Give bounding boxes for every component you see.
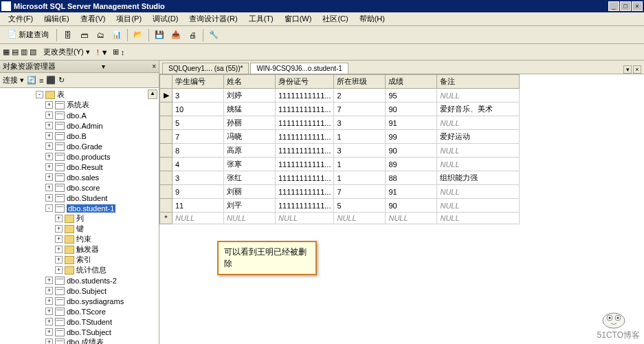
expand-icon[interactable]: + xyxy=(45,318,53,325)
cell[interactable]: 11111111111... xyxy=(276,103,334,116)
tab-table[interactable]: WIN-9CSQ9J6...o.student-1 xyxy=(250,63,348,74)
tree-label[interactable]: dbo.students-2 xyxy=(67,277,117,285)
cell[interactable]: NULL xyxy=(173,213,224,224)
tree-node[interactable]: +系统表 xyxy=(1,100,157,110)
tree-node[interactable]: -表 xyxy=(1,89,157,100)
tree-node[interactable]: +约束 xyxy=(1,234,157,244)
expand-icon[interactable]: + xyxy=(45,338,53,344)
column-header[interactable]: 学生编号 xyxy=(173,75,224,89)
cell[interactable]: 90 xyxy=(386,199,437,213)
cell[interactable]: 5 xyxy=(173,116,224,130)
menu-community[interactable]: 社区(C) xyxy=(317,12,353,25)
cell[interactable]: NULL xyxy=(437,185,520,199)
change-type-dropdown[interactable]: 更改类型(Y) ▾ xyxy=(41,45,93,58)
cell[interactable]: 11111111111... xyxy=(276,171,334,185)
result-icon[interactable]: ▧ xyxy=(30,47,36,56)
cell[interactable]: NULL xyxy=(437,158,520,171)
restore-button[interactable]: □ xyxy=(620,1,631,11)
expand-icon[interactable]: + xyxy=(45,297,53,305)
expand-icon[interactable]: + xyxy=(45,184,53,191)
tree-label[interactable]: dbo.score xyxy=(67,184,100,192)
table-row[interactable]: ▶3刘婷11111111111...295NULL xyxy=(160,89,520,103)
cell[interactable]: 3 xyxy=(173,171,224,185)
tree-node[interactable]: +dbo.TScore xyxy=(1,306,157,316)
column-header[interactable]: 身份证号 xyxy=(276,75,334,89)
minimize-button[interactable]: _ xyxy=(608,1,619,11)
table-row[interactable]: 4张寒11111111111...189NULL xyxy=(160,158,520,171)
row-selector[interactable] xyxy=(160,185,173,199)
tree-node[interactable]: +dbo.Admin xyxy=(1,120,157,131)
cell[interactable]: NULL xyxy=(276,213,334,224)
filter-tree-icon[interactable]: ≡ xyxy=(39,76,43,85)
tab-close-icon[interactable]: × xyxy=(633,65,641,74)
tree-node[interactable]: +dbo.sales xyxy=(1,172,157,182)
tree-label[interactable]: 统计信息 xyxy=(76,265,107,275)
tree-label[interactable]: dbo.Grade xyxy=(67,142,102,151)
data-grid[interactable]: 学生编号姓名身份证号所在班级成绩备注▶3刘婷11111111111...295N… xyxy=(159,74,644,344)
tree-label[interactable]: 约束 xyxy=(76,234,91,244)
cell[interactable]: 孙丽 xyxy=(224,116,276,130)
tree-label[interactable]: 索引 xyxy=(76,255,91,265)
cell[interactable]: 刘婷 xyxy=(224,89,276,103)
tree-node[interactable]: +dbo.B xyxy=(1,131,157,141)
tree-label[interactable]: dbo.TStudent xyxy=(67,318,112,326)
row-selector[interactable]: ▶ xyxy=(160,89,173,103)
tree-node[interactable]: +dbo.products xyxy=(1,151,157,162)
expand-icon[interactable]: + xyxy=(45,132,53,140)
tree-node[interactable]: -dbo.student-1 xyxy=(1,203,157,213)
expand-icon[interactable]: + xyxy=(45,308,53,315)
expand-icon[interactable]: + xyxy=(45,277,53,284)
expand-icon[interactable]: + xyxy=(45,328,53,336)
tree-label[interactable]: dbo.products xyxy=(67,153,111,161)
tree-label[interactable]: dbo.A xyxy=(67,111,87,120)
new-row[interactable]: *NULLNULLNULLNULLNULLNULL xyxy=(160,213,520,224)
tree-label[interactable]: dbo.sales xyxy=(67,173,99,182)
expand-icon[interactable]: + xyxy=(45,122,53,129)
cell[interactable]: 1 xyxy=(334,130,386,144)
tree-node[interactable]: +dbo.TStudent xyxy=(1,316,157,327)
tree-label[interactable]: 系统表 xyxy=(67,100,89,110)
tree-node[interactable]: +dbo.students-2 xyxy=(1,275,157,286)
menu-tools[interactable]: 工具(T) xyxy=(243,12,279,25)
expand-icon[interactable]: + xyxy=(45,194,53,202)
tab-dropdown-icon[interactable]: ▾ xyxy=(623,65,632,74)
collapse-icon[interactable]: - xyxy=(36,91,43,98)
cell[interactable]: 90 xyxy=(386,103,437,116)
cell[interactable]: 11111111111... xyxy=(276,116,334,130)
table-row[interactable]: 5孙丽11111111111...391NULL xyxy=(160,116,520,130)
sql-icon[interactable]: ▤ xyxy=(12,47,19,56)
new-query-button[interactable]: 📄 新建查询 xyxy=(3,28,54,43)
tree-label[interactable]: 键 xyxy=(76,224,84,234)
expand-icon[interactable]: + xyxy=(55,256,63,264)
tree-node[interactable]: +统计信息 xyxy=(1,265,157,275)
tree-node[interactable]: +列 xyxy=(1,213,157,224)
tree-label[interactable]: dbo.成绩表 xyxy=(67,337,104,344)
stop-icon[interactable]: ⬛ xyxy=(46,76,56,85)
db-icon[interactable]: 🗄 xyxy=(60,28,75,43)
expand-icon[interactable]: + xyxy=(45,163,53,171)
connect-dropdown[interactable]: 连接 ▾ xyxy=(3,75,24,85)
cell[interactable]: 7 xyxy=(334,103,386,116)
cell[interactable]: 11111111111... xyxy=(276,144,334,158)
cell[interactable]: 11111111111... xyxy=(276,130,334,144)
save-icon[interactable]: 💾 xyxy=(152,28,167,43)
close-button[interactable]: × xyxy=(632,1,643,11)
cell[interactable]: 9 xyxy=(173,185,224,199)
cell[interactable]: 张红 xyxy=(224,171,276,185)
tree-node[interactable]: +键 xyxy=(1,224,157,234)
properties-icon[interactable]: 🔧 xyxy=(206,28,221,43)
filter-icon[interactable]: ▼ xyxy=(101,48,109,56)
tree-node[interactable]: +索引 xyxy=(1,255,157,265)
tree-node[interactable]: +dbo.A xyxy=(1,110,157,120)
cell[interactable]: 姚猛 xyxy=(224,103,276,116)
menu-help[interactable]: 帮助(H) xyxy=(354,12,390,25)
cell[interactable]: 11 xyxy=(173,199,224,213)
cell[interactable]: 4 xyxy=(173,158,224,171)
row-selector[interactable] xyxy=(160,130,173,144)
menu-project[interactable]: 项目(P) xyxy=(111,12,147,25)
cell[interactable]: 3 xyxy=(334,144,386,158)
cell[interactable]: 91 xyxy=(386,116,437,130)
expand-icon[interactable]: + xyxy=(45,153,53,160)
cell[interactable]: 3 xyxy=(173,89,224,103)
cell[interactable]: 刘平 xyxy=(224,199,276,213)
